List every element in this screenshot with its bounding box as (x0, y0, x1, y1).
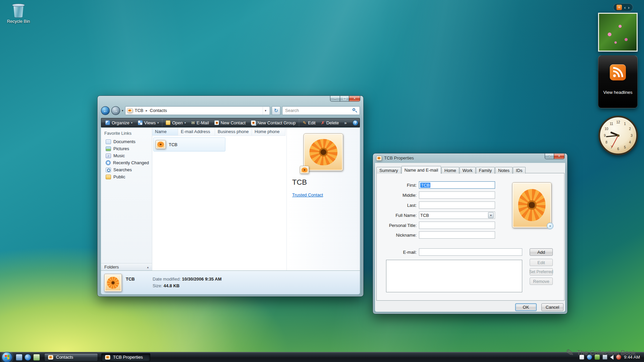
contact-row-tcb[interactable]: TCB (153, 137, 225, 152)
column-header-home-phone[interactable]: Home phone (252, 128, 285, 136)
history-dropdown[interactable]: ▾ (122, 109, 123, 112)
email-button[interactable]: ✉ E-Mail (189, 119, 212, 127)
column-header-name[interactable]: Name (152, 128, 178, 136)
show-desktop-button[interactable] (16, 354, 22, 361)
column-header-email[interactable]: E-mail Address (178, 128, 215, 136)
feed-headlines-gadget[interactable]: View headlines (598, 55, 638, 108)
back-icon: ← (103, 108, 108, 113)
open-button[interactable]: Open ▾ (162, 119, 189, 127)
first-name-field[interactable]: TCB (419, 181, 495, 189)
ok-button[interactable]: OK (515, 303, 537, 311)
address-dropdown[interactable]: ▾ (263, 107, 268, 115)
contact-icon (127, 108, 132, 113)
tab-work[interactable]: Work (460, 167, 476, 174)
personal-title-label: Personal Title: (379, 223, 417, 228)
first-label: First: (379, 183, 417, 188)
breadcrumb[interactable]: TCB ▸ Contacts ▾ (125, 106, 270, 115)
gadgets-next-button[interactable]: › (628, 5, 629, 10)
recently-changed-icon (106, 160, 111, 165)
personal-title-field[interactable] (419, 222, 495, 229)
maximize-button[interactable] (340, 96, 349, 102)
last-name-field[interactable] (419, 201, 495, 209)
column-header-business-phone[interactable]: Business phone (215, 128, 252, 136)
refresh-button[interactable]: ↻ (272, 106, 280, 115)
tab-family[interactable]: Family (476, 167, 495, 174)
close-button[interactable]: × (349, 96, 360, 102)
last-label: Last: (379, 203, 417, 208)
internet-explorer-quicklaunch[interactable] (24, 354, 31, 361)
help-button[interactable]: ? (353, 120, 358, 126)
search-icon[interactable] (353, 108, 357, 113)
music-icon: ♪ (106, 154, 111, 158)
breadcrumb-item-tcb[interactable]: TCB (132, 108, 146, 113)
tab-home[interactable]: Home (441, 167, 459, 174)
combo-dropdown-button[interactable]: ▾ (488, 212, 494, 218)
nickname-field[interactable] (419, 231, 495, 239)
open-icon (166, 120, 170, 125)
views-button[interactable]: Views ▾ (135, 119, 161, 127)
tab-name-and-email[interactable]: Name and E-mail (401, 166, 441, 174)
recycle-bin-icon (12, 3, 25, 18)
edit-email-button[interactable]: Edit (530, 259, 553, 266)
file-list: Name E-mail Address Business phone Home … (152, 128, 286, 270)
search-input[interactable]: Search (282, 106, 360, 115)
sidebar-item-recently-changed[interactable]: Recently Changed (101, 159, 152, 166)
maximize-icon (343, 97, 346, 100)
full-name-combo[interactable]: TCB ▾ (419, 212, 495, 219)
toolbar-overflow-button[interactable]: » (341, 119, 349, 127)
modified-label: Date modified: (153, 277, 181, 282)
cancel-button[interactable]: Cancel (541, 303, 564, 311)
new-contact-button[interactable]: New Contact (212, 119, 248, 127)
add-button[interactable]: Add (530, 248, 553, 256)
folders-expander[interactable]: Folders ▴ (101, 263, 152, 270)
tab-summary[interactable]: Summary (376, 167, 401, 174)
clock-numeral: 5 (624, 145, 626, 149)
public-icon (106, 175, 111, 179)
sidebar-item-searches[interactable]: Searches (101, 166, 152, 173)
view-headlines-label[interactable]: View headlines (603, 90, 632, 95)
delete-button[interactable]: ✗ Delete (318, 119, 341, 127)
taskbar: Contacts TCB Properties 9:44 AM (0, 352, 644, 362)
contacts-icon (48, 355, 53, 360)
sidebar-item-documents[interactable]: Documents (101, 138, 152, 145)
taskbar-button-contacts[interactable]: Contacts (44, 353, 98, 361)
first-name-value: TCB (420, 183, 430, 188)
breadcrumb-item-contacts[interactable]: Contacts (148, 108, 169, 113)
remove-email-button[interactable]: Remove (530, 278, 553, 285)
gadgets-prev-button[interactable]: ‹ (624, 5, 626, 10)
slideshow-gadget[interactable] (598, 13, 638, 52)
back-button[interactable]: ← (101, 106, 110, 115)
minimize-button[interactable]: – (330, 96, 340, 102)
clock-gadget[interactable]: 12 1 2 3 4 5 6 7 8 9 10 11 (598, 116, 638, 155)
dialog-help-button[interactable]: ? (545, 154, 554, 159)
close-icon: × (353, 97, 356, 101)
media-player-quicklaunch[interactable] (33, 354, 40, 361)
dialog-contact-photo[interactable]: ▾ (512, 182, 551, 228)
tab-notes[interactable]: Notes (495, 167, 513, 174)
new-contact-group-button[interactable]: New Contact Group (248, 119, 298, 127)
email-listbox[interactable] (386, 260, 522, 292)
start-button[interactable] (2, 352, 12, 362)
trusted-contact-link[interactable]: Trusted Contact (292, 192, 323, 197)
modified-value: 10/30/2006 9:35 AM (182, 277, 221, 282)
contact-badge-icon (300, 166, 309, 174)
sidebar-item-public[interactable]: Public (101, 173, 152, 180)
organize-button[interactable]: Organize ▾ (103, 119, 135, 127)
taskbar-button-tcb-properties[interactable]: TCB Properties (101, 353, 150, 361)
photo-status-badge[interactable]: ▾ (547, 223, 553, 229)
size-label: Size: (153, 283, 162, 288)
tab-ids[interactable]: IDs (513, 167, 526, 174)
sidebar-item-music[interactable]: ♪ Music (101, 152, 152, 159)
dialog-close-button[interactable]: × (554, 154, 565, 159)
email-field[interactable] (419, 248, 522, 256)
help-icon: ? (354, 121, 357, 125)
middle-name-field[interactable] (419, 191, 495, 199)
set-preferred-button[interactable]: Set Preferred (530, 268, 553, 276)
recycle-bin[interactable]: Recycle Bin (4, 3, 33, 24)
explorer-window: – × ← → ▾ TCB ▸ Contacts ▾ ↻ Search Orga… (97, 96, 364, 297)
edit-button[interactable]: ✎ Edit (299, 119, 318, 127)
forward-button[interactable]: → (111, 106, 120, 115)
sidebar-item-pictures[interactable]: Pictures (101, 145, 152, 152)
minute-hand (606, 135, 618, 137)
add-gadget-button[interactable]: + (616, 5, 622, 10)
